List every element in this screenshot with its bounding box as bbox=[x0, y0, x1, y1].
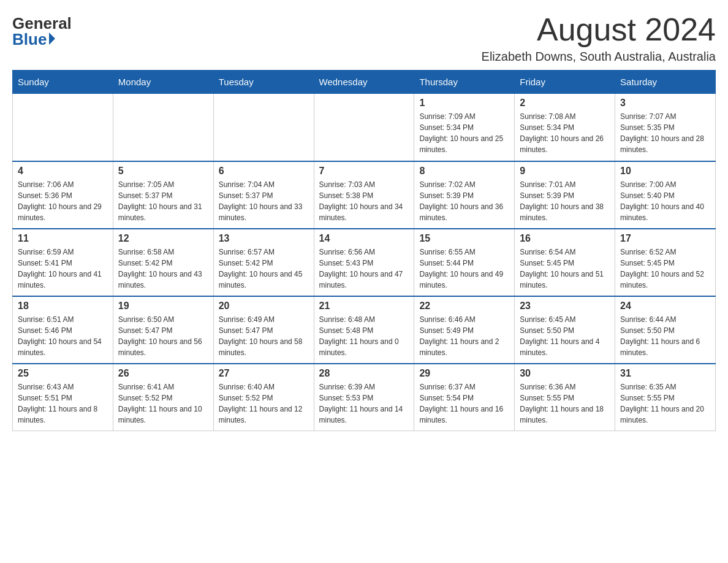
title-section: August 2024 Elizabeth Downs, South Austr… bbox=[482, 12, 716, 64]
calendar-cell bbox=[113, 94, 213, 161]
month-title: August 2024 bbox=[482, 12, 716, 47]
day-info: Sunrise: 6:40 AM Sunset: 5:52 PM Dayligh… bbox=[219, 381, 309, 426]
day-number: 26 bbox=[118, 368, 208, 379]
day-info: Sunrise: 7:06 AM Sunset: 5:36 PM Dayligh… bbox=[18, 179, 108, 223]
logo: General Blue bbox=[12, 12, 72, 47]
day-info: Sunrise: 6:35 AM Sunset: 5:55 PM Dayligh… bbox=[620, 381, 710, 426]
day-info: Sunrise: 6:58 AM Sunset: 5:42 PM Dayligh… bbox=[118, 247, 208, 291]
day-number: 19 bbox=[118, 301, 208, 312]
day-info: Sunrise: 7:09 AM Sunset: 5:34 PM Dayligh… bbox=[419, 111, 509, 155]
day-info: Sunrise: 6:51 AM Sunset: 5:46 PM Dayligh… bbox=[18, 314, 108, 358]
day-number: 21 bbox=[319, 301, 409, 312]
calendar-cell: 5Sunrise: 7:05 AM Sunset: 5:37 PM Daylig… bbox=[113, 161, 213, 229]
calendar-week-5: 25Sunrise: 6:43 AM Sunset: 5:51 PM Dayli… bbox=[13, 364, 716, 431]
day-number: 15 bbox=[419, 233, 509, 244]
day-number: 5 bbox=[118, 166, 208, 177]
day-number: 7 bbox=[319, 166, 409, 177]
day-number: 1 bbox=[419, 98, 509, 109]
calendar-cell: 4Sunrise: 7:06 AM Sunset: 5:36 PM Daylig… bbox=[13, 161, 113, 229]
calendar-cell: 3Sunrise: 7:07 AM Sunset: 5:35 PM Daylig… bbox=[615, 94, 716, 161]
day-info: Sunrise: 7:03 AM Sunset: 5:38 PM Dayligh… bbox=[319, 179, 409, 223]
day-info: Sunrise: 6:48 AM Sunset: 5:48 PM Dayligh… bbox=[319, 314, 409, 358]
day-number: 14 bbox=[319, 233, 409, 244]
calendar-cell bbox=[13, 94, 113, 161]
day-number: 25 bbox=[18, 368, 108, 379]
day-number: 30 bbox=[520, 368, 610, 379]
day-number: 27 bbox=[219, 368, 309, 379]
day-number: 13 bbox=[219, 233, 309, 244]
day-info: Sunrise: 6:50 AM Sunset: 5:47 PM Dayligh… bbox=[118, 314, 208, 358]
day-number: 9 bbox=[520, 166, 610, 177]
calendar-cell: 8Sunrise: 7:02 AM Sunset: 5:39 PM Daylig… bbox=[414, 161, 515, 229]
day-info: Sunrise: 6:46 AM Sunset: 5:49 PM Dayligh… bbox=[419, 314, 509, 358]
calendar-cell: 2Sunrise: 7:08 AM Sunset: 5:34 PM Daylig… bbox=[515, 94, 615, 161]
calendar-cell: 21Sunrise: 6:48 AM Sunset: 5:48 PM Dayli… bbox=[314, 296, 414, 364]
calendar-header-thursday: Thursday bbox=[414, 71, 515, 94]
day-number: 2 bbox=[520, 98, 610, 109]
calendar-cell: 20Sunrise: 6:49 AM Sunset: 5:47 PM Dayli… bbox=[213, 296, 314, 364]
calendar-cell: 13Sunrise: 6:57 AM Sunset: 5:42 PM Dayli… bbox=[213, 229, 314, 296]
calendar-cell: 24Sunrise: 6:44 AM Sunset: 5:50 PM Dayli… bbox=[615, 296, 716, 364]
day-info: Sunrise: 6:37 AM Sunset: 5:54 PM Dayligh… bbox=[419, 381, 509, 426]
calendar-cell: 7Sunrise: 7:03 AM Sunset: 5:38 PM Daylig… bbox=[314, 161, 414, 229]
calendar-cell: 10Sunrise: 7:00 AM Sunset: 5:40 PM Dayli… bbox=[615, 161, 716, 229]
day-number: 11 bbox=[18, 233, 108, 244]
day-info: Sunrise: 6:43 AM Sunset: 5:51 PM Dayligh… bbox=[18, 381, 108, 426]
calendar-week-3: 11Sunrise: 6:59 AM Sunset: 5:41 PM Dayli… bbox=[13, 229, 716, 296]
day-number: 4 bbox=[18, 166, 108, 177]
calendar-header-sunday: Sunday bbox=[13, 71, 113, 94]
calendar-cell: 23Sunrise: 6:45 AM Sunset: 5:50 PM Dayli… bbox=[515, 296, 615, 364]
day-info: Sunrise: 6:57 AM Sunset: 5:42 PM Dayligh… bbox=[219, 247, 309, 291]
calendar-cell bbox=[314, 94, 414, 161]
day-number: 24 bbox=[620, 301, 710, 312]
day-info: Sunrise: 6:59 AM Sunset: 5:41 PM Dayligh… bbox=[18, 247, 108, 291]
calendar-header-saturday: Saturday bbox=[615, 71, 716, 94]
day-info: Sunrise: 7:00 AM Sunset: 5:40 PM Dayligh… bbox=[620, 179, 710, 223]
calendar-cell: 11Sunrise: 6:59 AM Sunset: 5:41 PM Dayli… bbox=[13, 229, 113, 296]
page-header: General Blue August 2024 Elizabeth Downs… bbox=[12, 12, 716, 64]
day-info: Sunrise: 7:02 AM Sunset: 5:39 PM Dayligh… bbox=[419, 179, 509, 223]
calendar-cell: 9Sunrise: 7:01 AM Sunset: 5:39 PM Daylig… bbox=[515, 161, 615, 229]
day-info: Sunrise: 6:54 AM Sunset: 5:45 PM Dayligh… bbox=[520, 247, 610, 291]
calendar-cell: 14Sunrise: 6:56 AM Sunset: 5:43 PM Dayli… bbox=[314, 229, 414, 296]
calendar-cell: 1Sunrise: 7:09 AM Sunset: 5:34 PM Daylig… bbox=[414, 94, 515, 161]
calendar-week-4: 18Sunrise: 6:51 AM Sunset: 5:46 PM Dayli… bbox=[13, 296, 716, 364]
day-number: 8 bbox=[419, 166, 509, 177]
day-number: 23 bbox=[520, 301, 610, 312]
day-info: Sunrise: 7:01 AM Sunset: 5:39 PM Dayligh… bbox=[520, 179, 610, 223]
logo-arrow-icon bbox=[49, 33, 55, 45]
day-info: Sunrise: 6:52 AM Sunset: 5:45 PM Dayligh… bbox=[620, 247, 710, 291]
day-info: Sunrise: 7:04 AM Sunset: 5:37 PM Dayligh… bbox=[219, 179, 309, 223]
day-info: Sunrise: 6:41 AM Sunset: 5:52 PM Dayligh… bbox=[118, 381, 208, 426]
calendar-table: SundayMondayTuesdayWednesdayThursdayFrid… bbox=[12, 70, 716, 431]
day-info: Sunrise: 6:56 AM Sunset: 5:43 PM Dayligh… bbox=[319, 247, 409, 291]
logo-general-text: General bbox=[12, 15, 72, 31]
day-number: 28 bbox=[319, 368, 409, 379]
calendar-cell: 27Sunrise: 6:40 AM Sunset: 5:52 PM Dayli… bbox=[213, 364, 314, 431]
day-info: Sunrise: 6:39 AM Sunset: 5:53 PM Dayligh… bbox=[319, 381, 409, 426]
day-number: 20 bbox=[219, 301, 309, 312]
calendar-cell: 26Sunrise: 6:41 AM Sunset: 5:52 PM Dayli… bbox=[113, 364, 213, 431]
day-number: 31 bbox=[620, 368, 710, 379]
day-number: 17 bbox=[620, 233, 710, 244]
calendar-header-friday: Friday bbox=[515, 71, 615, 94]
day-info: Sunrise: 6:45 AM Sunset: 5:50 PM Dayligh… bbox=[520, 314, 610, 358]
calendar-header-wednesday: Wednesday bbox=[314, 71, 414, 94]
day-number: 29 bbox=[419, 368, 509, 379]
day-number: 22 bbox=[419, 301, 509, 312]
calendar-week-2: 4Sunrise: 7:06 AM Sunset: 5:36 PM Daylig… bbox=[13, 161, 716, 229]
calendar-cell: 30Sunrise: 6:36 AM Sunset: 5:55 PM Dayli… bbox=[515, 364, 615, 431]
calendar-cell: 18Sunrise: 6:51 AM Sunset: 5:46 PM Dayli… bbox=[13, 296, 113, 364]
day-number: 6 bbox=[219, 166, 309, 177]
day-info: Sunrise: 7:05 AM Sunset: 5:37 PM Dayligh… bbox=[118, 179, 208, 223]
calendar-cell: 29Sunrise: 6:37 AM Sunset: 5:54 PM Dayli… bbox=[414, 364, 515, 431]
calendar-cell: 6Sunrise: 7:04 AM Sunset: 5:37 PM Daylig… bbox=[213, 161, 314, 229]
day-info: Sunrise: 7:07 AM Sunset: 5:35 PM Dayligh… bbox=[620, 111, 710, 155]
day-number: 18 bbox=[18, 301, 108, 312]
day-number: 10 bbox=[620, 166, 710, 177]
calendar-header-row: SundayMondayTuesdayWednesdayThursdayFrid… bbox=[13, 71, 716, 94]
day-number: 16 bbox=[520, 233, 610, 244]
calendar-cell: 19Sunrise: 6:50 AM Sunset: 5:47 PM Dayli… bbox=[113, 296, 213, 364]
calendar-cell: 28Sunrise: 6:39 AM Sunset: 5:53 PM Dayli… bbox=[314, 364, 414, 431]
calendar-cell: 31Sunrise: 6:35 AM Sunset: 5:55 PM Dayli… bbox=[615, 364, 716, 431]
